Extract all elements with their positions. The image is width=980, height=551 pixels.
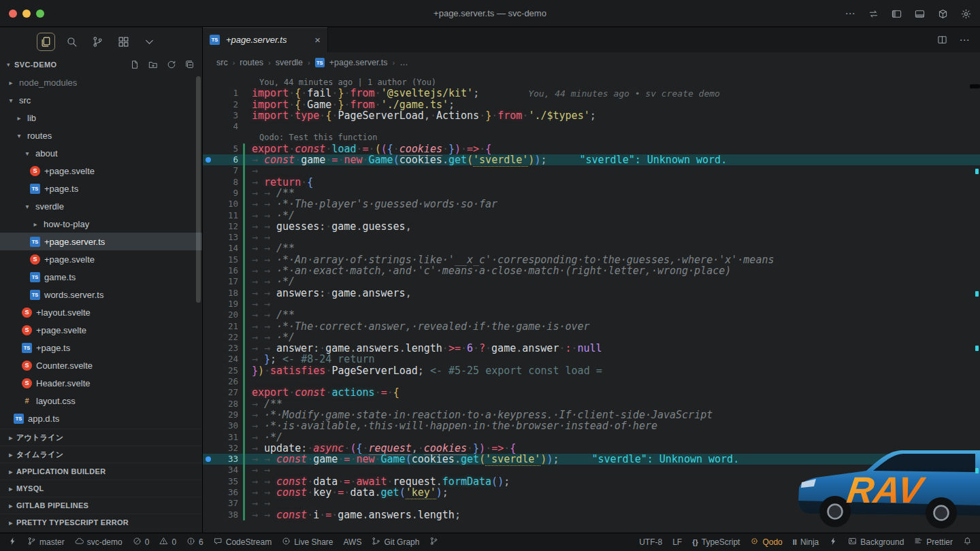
code-line-31[interactable]: 31→·*/	[203, 432, 980, 443]
folder-sverdle[interactable]: ▾sverdle	[0, 197, 202, 215]
gutter[interactable]	[203, 487, 213, 498]
code-line-29[interactable]: 29→·*·Modify·game·state·in·reaction·to·a…	[203, 410, 980, 420]
file-+page.ts[interactable]: TS+page.ts	[0, 180, 202, 197]
gutter[interactable]	[203, 465, 213, 475]
file-+layout.svelte[interactable]: S+layout.svelte	[0, 303, 202, 321]
gutter[interactable]	[203, 343, 213, 354]
code-line-37[interactable]: 37→→	[203, 498, 980, 509]
codelens[interactable]: Qodo: Test this function	[203, 132, 980, 143]
gutter[interactable]	[203, 121, 213, 132]
code-line-30[interactable]: 30→·*·is·available,·this·will·happen·in·…	[203, 420, 980, 431]
code-line-11[interactable]: 11→→·*/	[203, 210, 980, 221]
code-line-6[interactable]: 6→const·game·=·new·Game(cookies.get('sve…	[203, 154, 980, 165]
code-line-33[interactable]: 33→→const·game·=·new·Game(cookies.get('s…	[203, 454, 980, 465]
status-prettier[interactable]: Prettier	[914, 537, 953, 548]
new-file-icon[interactable]	[129, 59, 140, 70]
gutter[interactable]	[203, 221, 213, 232]
more-icon[interactable]: ⋯	[844, 7, 856, 20]
minimize-button[interactable]	[22, 10, 31, 18]
status-language-mode[interactable]: {}TypeScript	[692, 537, 740, 547]
status-problems-errors[interactable]: 0	[133, 537, 150, 548]
gutter[interactable]	[203, 265, 213, 276]
status-eol[interactable]: LF	[672, 537, 682, 547]
code-line-17[interactable]: 17→→·*/	[203, 276, 980, 287]
layout-bottom-icon[interactable]	[913, 7, 926, 20]
code-line-9[interactable]: 9→→/**	[203, 188, 980, 199]
code-line-4[interactable]: 4	[203, 121, 980, 132]
gutter[interactable]	[203, 199, 213, 210]
scrollbar[interactable]	[970, 84, 980, 88]
status-aws[interactable]: AWS	[344, 537, 362, 547]
gutter[interactable]	[203, 254, 213, 265]
files-icon[interactable]	[37, 33, 55, 51]
gutter[interactable]	[203, 210, 213, 221]
gutter[interactable]	[203, 177, 213, 188]
section-タイムライン[interactable]: ▸タイムライン	[0, 446, 202, 463]
file-+page.svelte[interactable]: S+page.svelte	[0, 250, 202, 268]
breakpoint-dot[interactable]	[203, 454, 213, 465]
close-tab-icon[interactable]: ×	[314, 34, 321, 46]
status-qodo[interactable]: Qodo	[750, 537, 782, 548]
gutter[interactable]	[203, 498, 213, 509]
file-game.ts[interactable]: TSgame.ts	[0, 268, 202, 286]
code-line-8[interactable]: 8→return·{	[203, 177, 980, 188]
gutter[interactable]	[203, 432, 213, 443]
search-icon[interactable]	[63, 33, 81, 51]
code-line-14[interactable]: 14→→/**	[203, 243, 980, 254]
breakpoint-dot[interactable]	[203, 154, 213, 165]
section-GITLAB PIPELINES[interactable]: ▸GITLAB PIPELINES	[0, 497, 202, 514]
code-line-23[interactable]: 23→→answer:·game.answers.length·>=·6·?·g…	[203, 343, 980, 354]
file-layout.css[interactable]: #layout.css	[0, 392, 202, 410]
zoom-button[interactable]	[36, 10, 44, 18]
explorer-header[interactable]: ▾ SVC-DEMO	[0, 56, 202, 73]
code-line-2[interactable]: 2import·{·Game·}·from·'./game.ts';	[203, 99, 980, 110]
status-branch-indicator[interactable]	[429, 537, 438, 548]
close-button[interactable]	[9, 10, 17, 18]
status-publish[interactable]: svc-demo	[75, 537, 122, 548]
section-アウトライン[interactable]: ▸アウトライン	[0, 429, 202, 446]
codelens[interactable]: You, 44 minutes ago | 1 author (You)	[203, 77, 980, 88]
split-editor-icon[interactable]	[936, 34, 948, 46]
code-line-32[interactable]: 32→update:·async·({·request,·cookies·})·…	[203, 443, 980, 454]
code-line-18[interactable]: 18→→answers:·game.answers,	[203, 288, 980, 299]
file-Counter.svelte[interactable]: SCounter.svelte	[0, 356, 202, 374]
gutter[interactable]	[203, 420, 213, 431]
code-line-27[interactable]: 27export·const·actions·=·{	[203, 387, 980, 398]
chevron-down-icon[interactable]	[140, 33, 159, 51]
breadcrumb-item[interactable]: TS+page.server.ts	[315, 58, 388, 67]
code-line-38[interactable]: 38→→const·i·=·game.answers.length;	[203, 510, 980, 520]
status-zap[interactable]	[829, 537, 838, 548]
status-remote[interactable]	[8, 537, 17, 548]
gutter[interactable]	[203, 321, 213, 332]
code-line-10[interactable]: 10→→·*·The·player's·guessed·words·so·far	[203, 199, 980, 210]
gutter[interactable]	[203, 476, 213, 487]
code-line-36[interactable]: 36→→const·key·=·data.get('key');	[203, 487, 980, 498]
status-problems-warnings[interactable]: 0	[159, 537, 176, 548]
status-notifications[interactable]	[963, 537, 972, 548]
folder-node_modules[interactable]: ▸node_modules	[0, 73, 202, 91]
gutter[interactable]	[203, 354, 213, 365]
status-git-graph[interactable]: Git Graph	[372, 537, 419, 548]
gutter[interactable]	[203, 243, 213, 254]
code-line-5[interactable]: 5export·const·load·=·(({·cookies·})·=>·{	[203, 144, 980, 154]
code-area[interactable]: RAV You, 44 minutes ago | 1 author (You)…	[203, 73, 980, 533]
file-+page.ts[interactable]: TS+page.ts	[0, 339, 202, 356]
gutter[interactable]	[203, 276, 213, 287]
new-folder-icon[interactable]	[148, 59, 159, 70]
status-encoding[interactable]: UTF-8	[639, 537, 662, 547]
breadcrumb-item[interactable]: sverdle	[276, 58, 303, 67]
collapse-all-icon[interactable]	[184, 59, 195, 70]
gutter[interactable]	[203, 443, 213, 454]
gutter[interactable]	[203, 510, 213, 520]
gear-icon[interactable]	[960, 7, 972, 20]
file-+page.svelte[interactable]: S+page.svelte	[0, 162, 202, 180]
status-background[interactable]: Background	[848, 537, 904, 548]
code-line-15[interactable]: 15→→·*·An·array·of·strings·like·'__x_c'·…	[203, 254, 980, 265]
code-line-20[interactable]: 20→→/**	[203, 310, 980, 320]
gutter[interactable]	[203, 188, 213, 199]
breadcrumb-item[interactable]: …	[399, 58, 408, 67]
code-line-28[interactable]: 28→/**	[203, 399, 980, 410]
code-line-34[interactable]: 34→→	[203, 465, 980, 475]
file-+page.server.ts[interactable]: TS+page.server.ts	[0, 233, 202, 250]
code-line-25[interactable]: 25})·satisfies·PageServerLoad;<- #5-25 e…	[203, 365, 980, 376]
